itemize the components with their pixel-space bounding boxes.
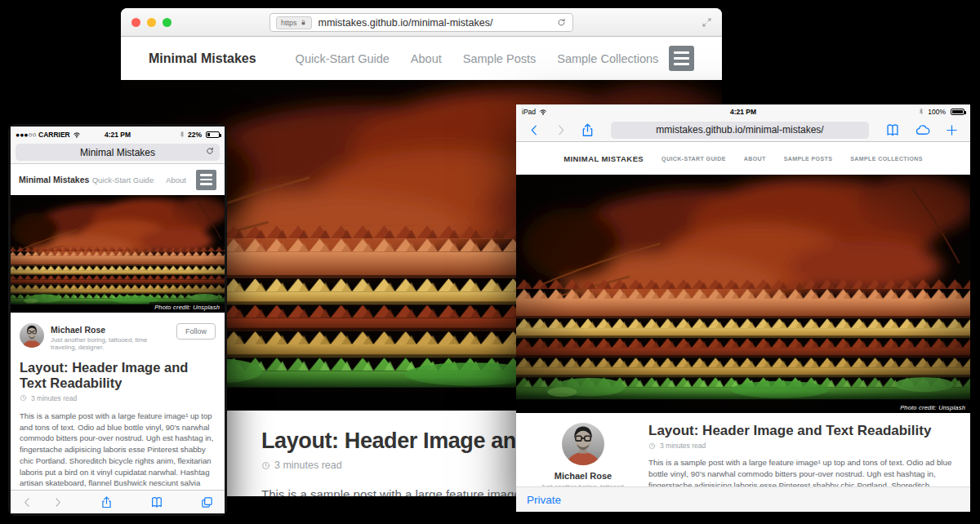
lock-icon (300, 19, 307, 26)
iphone-bottom-toolbar (11, 490, 225, 513)
ipad-status-bar: iPad 4:21 PM 100% (516, 104, 970, 118)
nav-link-quick-start-guide[interactable]: Quick-Start Guide (92, 175, 154, 184)
bookmarks-icon[interactable] (884, 122, 901, 138)
avatar (20, 323, 44, 348)
clock-icon (20, 394, 27, 402)
battery-icon (206, 131, 220, 138)
battery-percent: 22% (188, 131, 202, 139)
wifi-icon (73, 131, 81, 139)
battery-percent: 100% (928, 108, 946, 116)
photo-credit-badge: Photo credit: Unsplash (149, 302, 225, 313)
post-main-column: Layout: Header Image and Text Readabilit… (630, 423, 954, 486)
avatar (562, 423, 604, 465)
author-name: Michael Rose (555, 471, 612, 481)
page-title: Minimal Mistakes (80, 147, 155, 158)
ipad-browser-toolbar: mmistakes.github.io/minimal-mistakes/ (516, 118, 970, 142)
forward-button[interactable] (51, 496, 64, 508)
site-nav: Minimal Mistakes Quick-Start Guide About (11, 164, 225, 195)
leaves-photo (516, 175, 970, 413)
read-time: 3 minutes read (31, 394, 77, 402)
post-hero-image: Photo credit: Unsplash (516, 175, 970, 413)
post-article: Michael Rose Just another boring, tattoo… (11, 313, 225, 513)
minimize-window-button[interactable] (147, 18, 156, 27)
address-bar[interactable]: https mmistakes.github.io/minimal-mistak… (270, 13, 573, 32)
author-bio: Just another boring, tattooed, time trav… (51, 336, 170, 351)
site-nav: Quick-Start Guide About Sample Posts Sam… (296, 52, 659, 65)
site-brand-link[interactable]: Minimal Mistakes (149, 51, 256, 66)
private-label[interactable]: Private (527, 494, 561, 506)
ipad-screen: iPad 4:21 PM 100% mmistakes.github.io/mi… (516, 104, 970, 512)
new-tab-icon[interactable] (945, 123, 959, 137)
bluetooth-icon (179, 131, 185, 138)
status-time: 4:21 PM (730, 108, 756, 116)
zoom-window-button[interactable] (163, 18, 172, 27)
post-title: Layout: Header Image and Text Readabilit… (648, 423, 954, 439)
desktop-browser-toolbar: https mmistakes.github.io/minimal-mistak… (121, 8, 722, 37)
nav-link-about[interactable]: About (166, 175, 186, 184)
read-time: 3 minutes read (274, 460, 342, 471)
wifi-icon (539, 108, 547, 116)
share-icon[interactable] (580, 122, 595, 138)
carrier-signal: ●●●○○ CARRIER (16, 131, 70, 139)
back-button[interactable] (21, 496, 33, 508)
https-label: https (281, 19, 297, 27)
nav-link-sample-collections[interactable]: Sample Collections (557, 52, 658, 65)
device-label: iPad (522, 108, 536, 116)
post-hero-image: Photo credit: Unsplash (11, 195, 225, 313)
nav-link-sample-collections[interactable]: Sample Collections (850, 156, 922, 162)
nav-link-sample-posts[interactable]: Sample Posts (784, 156, 833, 162)
tabs-icon[interactable] (200, 495, 214, 509)
post-title: Layout: Header Image and Text Readabilit… (20, 360, 216, 391)
post-paragraph: This is a sample post with a large featu… (648, 457, 954, 486)
site-masthead: Minimal Mistakes Quick-Start Guide About… (121, 37, 722, 80)
nav-link-quick-start-guide[interactable]: Quick-Start Guide (296, 52, 390, 65)
post-article: Michael Rose Just another boring, tattoo… (516, 413, 970, 486)
back-button[interactable] (528, 123, 541, 137)
leaves-photo (11, 195, 225, 313)
nav-link-about[interactable]: About (744, 156, 766, 162)
photo-credit-badge: Photo credit: Unsplash (895, 402, 970, 413)
site-brand-link[interactable]: Minimal Mistakes (564, 154, 644, 163)
menu-hamburger-button[interactable] (196, 170, 216, 190)
menu-hamburger-button[interactable] (669, 46, 694, 71)
forward-button[interactable] (554, 123, 568, 137)
refresh-icon[interactable] (556, 17, 567, 28)
window-controls (131, 18, 172, 27)
follow-button[interactable]: Follow (176, 323, 216, 340)
iphone-device: ●●●○○ CARRIER 4:21 PM 22% Minimal Mistak… (8, 124, 227, 516)
iphone-status-bar: ●●●○○ CARRIER 4:21 PM 22% (11, 127, 225, 142)
site-brand-link[interactable]: Minimal Mistakes (19, 175, 89, 184)
https-badge: https (276, 16, 312, 29)
clock-icon (261, 461, 270, 470)
private-browsing-bar: Private (516, 486, 970, 512)
iphone-browser-toolbar: Minimal Mistakes (11, 142, 225, 164)
site-nav: Minimal Mistakes Quick-Start Guide About… (516, 142, 970, 175)
share-icon[interactable] (100, 495, 114, 509)
author-name: Michael Rose (51, 325, 170, 335)
clock-icon (648, 442, 656, 450)
battery-icon (951, 109, 964, 115)
nav-link-quick-start-guide[interactable]: Quick-Start Guide (662, 156, 726, 162)
nav-link-sample-posts[interactable]: Sample Posts (463, 52, 536, 65)
status-time: 4:21 PM (105, 131, 131, 139)
url-text: mmistakes.github.io/minimal-mistakes/ (318, 17, 556, 29)
icloud-tabs-icon[interactable] (913, 122, 933, 138)
iphone-screen: ●●●○○ CARRIER 4:21 PM 22% Minimal Mistak… (11, 127, 225, 513)
author-row: Michael Rose Just another boring, tattoo… (20, 323, 216, 351)
composition-canvas: https mmistakes.github.io/minimal-mistak… (0, 0, 980, 524)
nav-link-about[interactable]: About (411, 52, 442, 65)
author-sidebar: Michael Rose Just another boring, tattoo… (536, 423, 630, 486)
bluetooth-icon (918, 108, 924, 115)
address-bar[interactable]: mmistakes.github.io/minimal-mistakes/ (611, 122, 869, 139)
ipad-device: iPad 4:21 PM 100% mmistakes.github.io/mi… (516, 104, 977, 524)
read-time: 3 minutes read (660, 442, 706, 450)
address-bar[interactable]: Minimal Mistakes (16, 144, 220, 161)
post-meta: 3 minutes read (648, 442, 954, 450)
post-meta: 3 minutes read (20, 394, 216, 402)
refresh-icon[interactable] (205, 146, 215, 156)
bookmarks-icon[interactable] (149, 495, 164, 509)
close-window-button[interactable] (131, 18, 140, 27)
fullscreen-expand-icon[interactable] (702, 17, 712, 28)
